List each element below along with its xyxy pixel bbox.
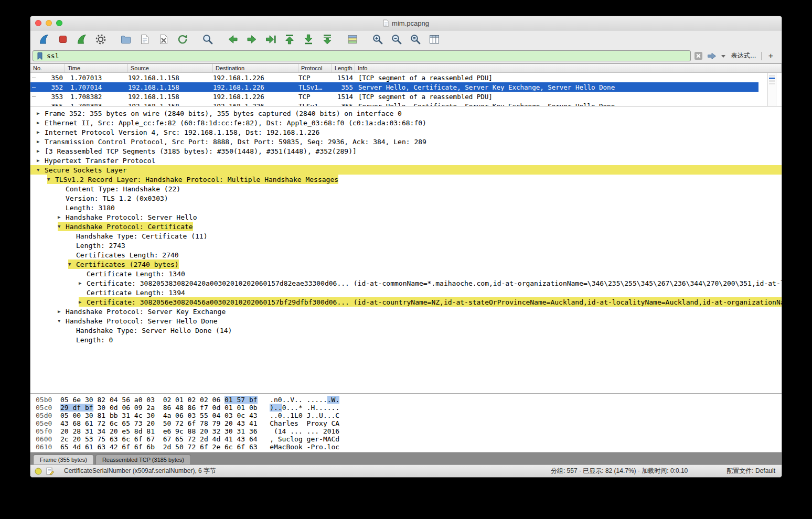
packet-list-header[interactable]: No.TimeSourceDestinationProtocolLengthIn… xyxy=(30,64,782,73)
toolbar-colorize-button[interactable] xyxy=(343,32,362,47)
detail-row[interactable]: Certificate Length: 1394 xyxy=(30,288,782,297)
collapse-arrow-icon[interactable]: ▼ xyxy=(58,224,66,229)
hex-row-05b0[interactable]: 05b0 05 6e 30 82 04 56 a0 03 02 01 02 02… xyxy=(36,396,782,404)
main-toolbar xyxy=(30,30,782,48)
column-header-time[interactable]: Time xyxy=(65,64,128,72)
title-bar[interactable]: mim.pcapng xyxy=(30,16,782,30)
packet-row-350[interactable]: 3501.707013192.168.1.158192.168.1.226TCP… xyxy=(30,73,758,82)
hex-row-0610[interactable]: 0610 65 4d 61 63 42 6f 6f 6b 2d 50 72 6f… xyxy=(36,443,782,451)
zoom-window-button[interactable] xyxy=(56,20,62,26)
detail-row[interactable]: Certificates Length: 2740 xyxy=(30,250,782,260)
expand-arrow-icon[interactable]: ▶ xyxy=(58,309,66,314)
detail-row[interactable]: ▶Certificate: 3082056e30820456a003020102… xyxy=(30,297,782,307)
detail-row[interactable]: ▶[3 Reassembled TCP Segments (3185 bytes… xyxy=(30,146,782,156)
detail-row[interactable]: Handshake Type: Server Hello Done (14) xyxy=(30,326,782,335)
detail-row[interactable]: Certificate Length: 1340 xyxy=(30,269,782,278)
status-profile[interactable]: 配置文件: Default xyxy=(726,467,775,475)
expand-arrow-icon[interactable]: ▶ xyxy=(37,139,45,144)
detail-row[interactable]: ▼Secure Sockets Layer xyxy=(30,165,782,175)
toolbar-close-file-button[interactable] xyxy=(154,32,173,47)
clear-filter-button[interactable] xyxy=(693,51,703,60)
column-header-source[interactable]: Source xyxy=(128,64,213,72)
expand-arrow-icon[interactable]: ▶ xyxy=(37,120,45,125)
toolbar-save-file-button[interactable] xyxy=(135,32,154,47)
expand-arrow-icon[interactable]: ▶ xyxy=(79,280,87,286)
add-filter-button[interactable]: + xyxy=(764,51,777,61)
cell-destination: 192.168.1.226 xyxy=(213,102,298,106)
hex-row-0600[interactable]: 0600 2c 20 53 75 63 6c 6f 67 67 65 72 2d… xyxy=(36,435,782,443)
packet-row-355[interactable]: 3551.708383192.168.1.158192.168.1.226TLS… xyxy=(30,101,758,106)
detail-row[interactable]: Version: TLS 1.2 (0x0303) xyxy=(30,193,782,203)
tab-reassembled-tcp[interactable]: Reassembled TCP (3185 bytes) xyxy=(95,455,191,464)
detail-row[interactable]: ▼Handshake Protocol: Certificate xyxy=(30,222,782,231)
toolbar-open-file-button[interactable] xyxy=(116,32,135,47)
toolbar-zoom-out-button[interactable] xyxy=(387,32,406,47)
detail-row[interactable]: Content Type: Handshake (22) xyxy=(30,184,782,193)
capture-comment-icon[interactable] xyxy=(46,467,55,475)
detail-row[interactable]: ▶Certificate: 3082053830820420a003020102… xyxy=(30,278,782,288)
detail-row[interactable]: ▼TLSv1.2 Record Layer: Handshake Protoco… xyxy=(30,175,782,184)
hex-row-05d0[interactable]: 05d0 05 00 30 81 bb 31 4c 30 4a 06 03 55… xyxy=(36,412,782,419)
close-window-button[interactable] xyxy=(35,20,41,26)
detail-row[interactable]: ▼Certificates (2740 bytes) xyxy=(30,260,782,269)
filter-history-caret-icon[interactable] xyxy=(720,54,726,58)
expand-arrow-icon[interactable]: ▶ xyxy=(37,158,45,163)
toolbar-resize-columns-button[interactable] xyxy=(425,32,444,47)
detail-row[interactable]: ▶Handshake Protocol: Server Key Exchange xyxy=(30,307,782,316)
toolbar-reload-button[interactable] xyxy=(173,32,192,47)
toolbar-go-last-button[interactable] xyxy=(299,32,318,47)
detail-row[interactable]: Length: 3180 xyxy=(30,203,782,212)
hex-row-05c0[interactable]: 05c0 29 df bf 30 0d 06 09 2a 86 48 86 f7… xyxy=(36,404,782,412)
display-filter-value[interactable]: ssl xyxy=(47,52,59,60)
column-header-length[interactable]: Length xyxy=(332,64,355,72)
detail-row[interactable]: ▶Handshake Protocol: Server Hello xyxy=(30,212,782,222)
minimize-window-button[interactable] xyxy=(46,20,52,26)
cell-info: Server Hello, Certificate, Server Key Ex… xyxy=(355,83,758,91)
expand-arrow-icon[interactable]: ▶ xyxy=(58,214,66,220)
toolbar-find-packet-button[interactable] xyxy=(198,32,217,47)
toolbar-zoom-in-button[interactable] xyxy=(368,32,387,47)
packet-minimap-scrollbar[interactable] xyxy=(767,73,776,106)
toolbar-restart-capture-button[interactable] xyxy=(72,32,91,47)
detail-row[interactable]: Length: 2743 xyxy=(30,241,782,250)
collapse-arrow-icon[interactable]: ▼ xyxy=(58,318,66,323)
column-header-destination[interactable]: Destination xyxy=(213,64,298,72)
toolbar-start-capture-button[interactable] xyxy=(35,32,54,47)
toolbar-go-back-button[interactable] xyxy=(223,32,242,47)
bookmark-icon[interactable] xyxy=(36,52,44,60)
detail-row[interactable]: Handshake Type: Certificate (11) xyxy=(30,231,782,241)
detail-row[interactable]: ▶Hypertext Transfer Protocol xyxy=(30,156,782,165)
hex-row-05f0[interactable]: 05f0 20 28 31 34 20 e5 8d 81 e6 9c 88 20… xyxy=(36,427,782,435)
toolbar-capture-options-button[interactable] xyxy=(91,32,110,47)
detail-row[interactable]: ▼Handshake Protocol: Server Hello Done xyxy=(30,316,782,326)
detail-row[interactable]: ▶Ethernet II, Src: Apple_cc:fe:82 (60:f8… xyxy=(30,118,782,127)
apply-filter-button[interactable] xyxy=(706,52,718,60)
toolbar-stop-capture-button[interactable] xyxy=(54,32,72,47)
display-filter-field[interactable]: ssl xyxy=(33,50,691,61)
tab-frame[interactable]: Frame (355 bytes) xyxy=(33,455,94,464)
expression-button[interactable]: 表达式… xyxy=(729,51,758,60)
column-header-info[interactable]: Info xyxy=(355,64,782,72)
column-header-no[interactable]: No. xyxy=(30,64,65,72)
expand-arrow-icon[interactable]: ▶ xyxy=(37,148,45,154)
expand-arrow-icon[interactable]: ▶ xyxy=(79,299,87,305)
toolbar-auto-scroll-button[interactable] xyxy=(318,32,337,47)
packet-row-353[interactable]: 3531.708382192.168.1.158192.168.1.226TCP… xyxy=(30,92,758,101)
toolbar-go-to-packet-button[interactable] xyxy=(261,32,280,47)
collapse-arrow-icon[interactable]: ▼ xyxy=(47,177,55,182)
packet-row-352[interactable]: 3521.707014192.168.1.158192.168.1.226TLS… xyxy=(30,82,758,92)
collapse-arrow-icon[interactable]: ▼ xyxy=(37,167,45,172)
toolbar-zoom-reset-button[interactable] xyxy=(406,32,425,47)
hex-row-05e0[interactable]: 05e0 43 68 61 72 6c 65 73 20 50 72 6f 78… xyxy=(36,419,782,427)
toolbar-go-first-button[interactable] xyxy=(280,32,299,47)
detail-row[interactable]: ▶Transmission Control Protocol, Src Port… xyxy=(30,137,782,146)
column-header-protocol[interactable]: Protocol xyxy=(298,64,332,72)
expand-arrow-icon[interactable]: ▶ xyxy=(37,129,45,135)
detail-row[interactable]: ▶Internet Protocol Version 4, Src: 192.1… xyxy=(30,127,782,137)
detail-row[interactable]: Length: 0 xyxy=(30,335,782,344)
toolbar-go-forward-button[interactable] xyxy=(242,32,261,47)
detail-row[interactable]: ▶Frame 352: 355 bytes on wire (2840 bits… xyxy=(30,109,782,118)
expand-arrow-icon[interactable]: ▶ xyxy=(37,111,45,116)
expert-info-icon[interactable] xyxy=(35,468,42,475)
collapse-arrow-icon[interactable]: ▼ xyxy=(68,262,76,267)
